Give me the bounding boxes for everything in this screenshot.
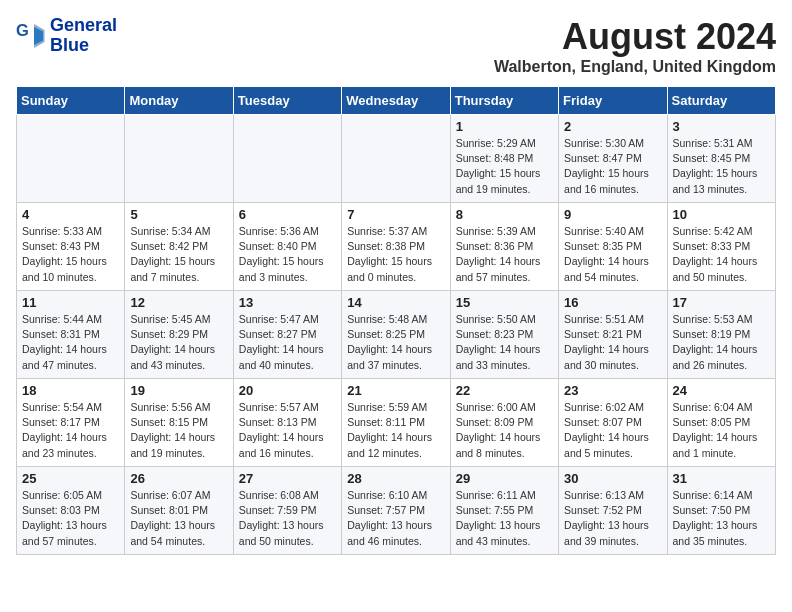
- calendar-cell: 6Sunrise: 5:36 AMSunset: 8:40 PMDaylight…: [233, 203, 341, 291]
- day-number: 29: [456, 471, 553, 486]
- week-row-5: 25Sunrise: 6:05 AMSunset: 8:03 PMDayligh…: [17, 467, 776, 555]
- day-number: 26: [130, 471, 227, 486]
- day-info: Sunrise: 6:10 AMSunset: 7:57 PMDaylight:…: [347, 488, 444, 549]
- day-header-wednesday: Wednesday: [342, 87, 450, 115]
- day-info: Sunrise: 5:47 AMSunset: 8:27 PMDaylight:…: [239, 312, 336, 373]
- day-number: 12: [130, 295, 227, 310]
- calendar-cell: [125, 115, 233, 203]
- day-number: 18: [22, 383, 119, 398]
- calendar-cell: 17Sunrise: 5:53 AMSunset: 8:19 PMDayligh…: [667, 291, 775, 379]
- day-info: Sunrise: 6:14 AMSunset: 7:50 PMDaylight:…: [673, 488, 770, 549]
- calendar-cell: 11Sunrise: 5:44 AMSunset: 8:31 PMDayligh…: [17, 291, 125, 379]
- calendar-cell: 9Sunrise: 5:40 AMSunset: 8:35 PMDaylight…: [559, 203, 667, 291]
- month-title: August 2024: [494, 16, 776, 58]
- day-header-saturday: Saturday: [667, 87, 775, 115]
- day-number: 16: [564, 295, 661, 310]
- calendar-cell: 20Sunrise: 5:57 AMSunset: 8:13 PMDayligh…: [233, 379, 341, 467]
- week-row-1: 1Sunrise: 5:29 AMSunset: 8:48 PMDaylight…: [17, 115, 776, 203]
- day-number: 15: [456, 295, 553, 310]
- calendar-cell: 10Sunrise: 5:42 AMSunset: 8:33 PMDayligh…: [667, 203, 775, 291]
- calendar-cell: 14Sunrise: 5:48 AMSunset: 8:25 PMDayligh…: [342, 291, 450, 379]
- day-info: Sunrise: 5:53 AMSunset: 8:19 PMDaylight:…: [673, 312, 770, 373]
- day-number: 7: [347, 207, 444, 222]
- calendar-cell: 8Sunrise: 5:39 AMSunset: 8:36 PMDaylight…: [450, 203, 558, 291]
- day-header-monday: Monday: [125, 87, 233, 115]
- calendar-cell: 15Sunrise: 5:50 AMSunset: 8:23 PMDayligh…: [450, 291, 558, 379]
- day-info: Sunrise: 5:51 AMSunset: 8:21 PMDaylight:…: [564, 312, 661, 373]
- logo: G General Blue: [16, 16, 117, 56]
- day-number: 28: [347, 471, 444, 486]
- day-header-thursday: Thursday: [450, 87, 558, 115]
- calendar-cell: 31Sunrise: 6:14 AMSunset: 7:50 PMDayligh…: [667, 467, 775, 555]
- title-block: August 2024 Walberton, England, United K…: [494, 16, 776, 76]
- day-info: Sunrise: 5:30 AMSunset: 8:47 PMDaylight:…: [564, 136, 661, 197]
- day-number: 19: [130, 383, 227, 398]
- day-number: 5: [130, 207, 227, 222]
- week-row-2: 4Sunrise: 5:33 AMSunset: 8:43 PMDaylight…: [17, 203, 776, 291]
- week-row-3: 11Sunrise: 5:44 AMSunset: 8:31 PMDayligh…: [17, 291, 776, 379]
- day-info: Sunrise: 5:45 AMSunset: 8:29 PMDaylight:…: [130, 312, 227, 373]
- day-number: 3: [673, 119, 770, 134]
- day-number: 13: [239, 295, 336, 310]
- day-number: 1: [456, 119, 553, 134]
- day-number: 6: [239, 207, 336, 222]
- day-info: Sunrise: 6:13 AMSunset: 7:52 PMDaylight:…: [564, 488, 661, 549]
- week-row-4: 18Sunrise: 5:54 AMSunset: 8:17 PMDayligh…: [17, 379, 776, 467]
- calendar-cell: 12Sunrise: 5:45 AMSunset: 8:29 PMDayligh…: [125, 291, 233, 379]
- day-number: 27: [239, 471, 336, 486]
- day-info: Sunrise: 6:04 AMSunset: 8:05 PMDaylight:…: [673, 400, 770, 461]
- day-number: 11: [22, 295, 119, 310]
- day-info: Sunrise: 5:33 AMSunset: 8:43 PMDaylight:…: [22, 224, 119, 285]
- day-info: Sunrise: 5:40 AMSunset: 8:35 PMDaylight:…: [564, 224, 661, 285]
- day-info: Sunrise: 5:29 AMSunset: 8:48 PMDaylight:…: [456, 136, 553, 197]
- day-info: Sunrise: 6:00 AMSunset: 8:09 PMDaylight:…: [456, 400, 553, 461]
- day-number: 9: [564, 207, 661, 222]
- day-info: Sunrise: 6:08 AMSunset: 7:59 PMDaylight:…: [239, 488, 336, 549]
- calendar-cell: [233, 115, 341, 203]
- calendar-cell: [17, 115, 125, 203]
- day-info: Sunrise: 5:59 AMSunset: 8:11 PMDaylight:…: [347, 400, 444, 461]
- calendar-cell: 21Sunrise: 5:59 AMSunset: 8:11 PMDayligh…: [342, 379, 450, 467]
- day-number: 21: [347, 383, 444, 398]
- calendar-cell: 22Sunrise: 6:00 AMSunset: 8:09 PMDayligh…: [450, 379, 558, 467]
- day-info: Sunrise: 5:42 AMSunset: 8:33 PMDaylight:…: [673, 224, 770, 285]
- day-info: Sunrise: 6:07 AMSunset: 8:01 PMDaylight:…: [130, 488, 227, 549]
- day-info: Sunrise: 5:37 AMSunset: 8:38 PMDaylight:…: [347, 224, 444, 285]
- calendar-cell: 7Sunrise: 5:37 AMSunset: 8:38 PMDaylight…: [342, 203, 450, 291]
- calendar-cell: 26Sunrise: 6:07 AMSunset: 8:01 PMDayligh…: [125, 467, 233, 555]
- calendar-table: SundayMondayTuesdayWednesdayThursdayFrid…: [16, 86, 776, 555]
- calendar-cell: 30Sunrise: 6:13 AMSunset: 7:52 PMDayligh…: [559, 467, 667, 555]
- calendar-cell: 18Sunrise: 5:54 AMSunset: 8:17 PMDayligh…: [17, 379, 125, 467]
- day-number: 8: [456, 207, 553, 222]
- day-header-friday: Friday: [559, 87, 667, 115]
- day-info: Sunrise: 5:50 AMSunset: 8:23 PMDaylight:…: [456, 312, 553, 373]
- calendar-cell: 19Sunrise: 5:56 AMSunset: 8:15 PMDayligh…: [125, 379, 233, 467]
- day-number: 22: [456, 383, 553, 398]
- calendar-cell: 3Sunrise: 5:31 AMSunset: 8:45 PMDaylight…: [667, 115, 775, 203]
- day-number: 2: [564, 119, 661, 134]
- calendar-cell: 2Sunrise: 5:30 AMSunset: 8:47 PMDaylight…: [559, 115, 667, 203]
- svg-text:G: G: [16, 21, 29, 39]
- location: Walberton, England, United Kingdom: [494, 58, 776, 76]
- calendar-header: SundayMondayTuesdayWednesdayThursdayFrid…: [17, 87, 776, 115]
- calendar-cell: 24Sunrise: 6:04 AMSunset: 8:05 PMDayligh…: [667, 379, 775, 467]
- calendar-cell: 16Sunrise: 5:51 AMSunset: 8:21 PMDayligh…: [559, 291, 667, 379]
- day-number: 4: [22, 207, 119, 222]
- page-header: G General Blue August 2024 Walberton, En…: [16, 16, 776, 76]
- day-number: 17: [673, 295, 770, 310]
- day-info: Sunrise: 5:44 AMSunset: 8:31 PMDaylight:…: [22, 312, 119, 373]
- calendar-cell: 4Sunrise: 5:33 AMSunset: 8:43 PMDaylight…: [17, 203, 125, 291]
- calendar-cell: [342, 115, 450, 203]
- day-header-sunday: Sunday: [17, 87, 125, 115]
- day-info: Sunrise: 5:48 AMSunset: 8:25 PMDaylight:…: [347, 312, 444, 373]
- calendar-cell: 27Sunrise: 6:08 AMSunset: 7:59 PMDayligh…: [233, 467, 341, 555]
- day-number: 30: [564, 471, 661, 486]
- day-info: Sunrise: 6:02 AMSunset: 8:07 PMDaylight:…: [564, 400, 661, 461]
- day-number: 24: [673, 383, 770, 398]
- calendar-cell: 25Sunrise: 6:05 AMSunset: 8:03 PMDayligh…: [17, 467, 125, 555]
- day-number: 14: [347, 295, 444, 310]
- logo-line1: General: [50, 16, 117, 36]
- day-number: 20: [239, 383, 336, 398]
- calendar-body: 1Sunrise: 5:29 AMSunset: 8:48 PMDaylight…: [17, 115, 776, 555]
- day-info: Sunrise: 5:36 AMSunset: 8:40 PMDaylight:…: [239, 224, 336, 285]
